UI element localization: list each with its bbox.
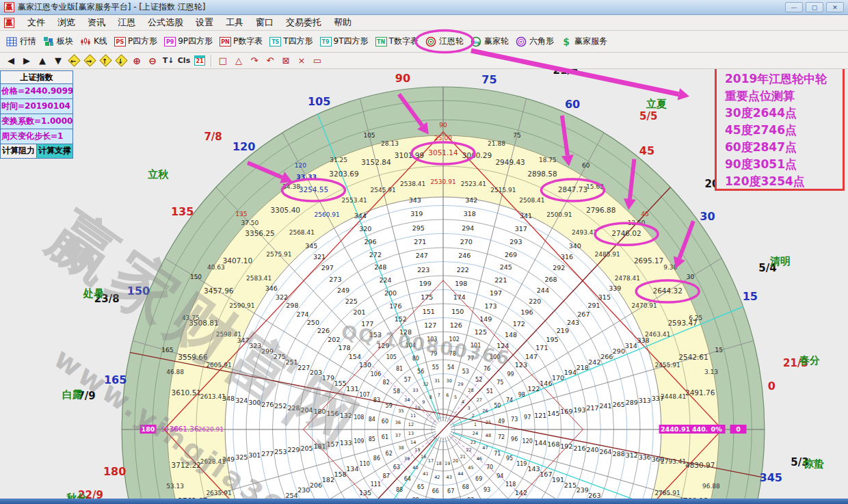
tool-pan-left[interactable]: ← bbox=[67, 55, 81, 67]
toolbar-label-gann-wheel: 江恩轮 bbox=[439, 36, 464, 47]
tool-fit-screen[interactable]: × bbox=[295, 55, 308, 67]
tool-pan-right[interactable]: → bbox=[83, 55, 96, 67]
toolbar-item-9p-square[interactable]: P99P四方形 bbox=[161, 34, 216, 49]
menu-logo-icon: 赢 bbox=[4, 18, 14, 28]
wheel-label: 175 bbox=[421, 293, 433, 301]
wheel-label: 3 bbox=[468, 406, 471, 411]
tool-rotate-cw[interactable]: ↷ bbox=[248, 55, 261, 67]
toolbar-item-quotes[interactable]: 行情 bbox=[3, 34, 40, 49]
tool-nav-down[interactable]: ▼ bbox=[51, 55, 65, 67]
toolbar-item-p-square[interactable]: PSP四方形 bbox=[111, 34, 161, 49]
close-button[interactable]: ✕ bbox=[826, 2, 844, 12]
wheel-label: 71 bbox=[494, 451, 501, 457]
toolbar-item-winner-service[interactable]: $赢家服务 bbox=[557, 34, 611, 49]
wheel-label: 336 bbox=[639, 453, 651, 461]
wheel-label: 271 bbox=[414, 238, 426, 246]
wheel-label: 100 bbox=[490, 354, 500, 360]
wheel-label: 197 bbox=[490, 289, 502, 297]
menu-item-7[interactable]: 窗口 bbox=[250, 15, 280, 30]
menu-item-8[interactable]: 交易委托 bbox=[280, 15, 328, 30]
wheel-label: 289 bbox=[626, 399, 638, 406]
wheel-label: 2553.41 bbox=[341, 197, 367, 204]
wheel-label: 111 bbox=[371, 481, 381, 488]
menu-bar: 赢 文件浏览资讯江恩公式选股设置工具窗口交易委托帮助 bbox=[0, 15, 848, 31]
toolbar-item-9t-square[interactable]: T99T四方形 bbox=[317, 34, 372, 49]
date-label: 7/8 bbox=[204, 131, 222, 143]
wheel-label: 177 bbox=[361, 320, 373, 328]
tool-screen-view[interactable]: ▭ bbox=[310, 55, 324, 67]
wheel-label: 105 bbox=[386, 354, 397, 360]
wheel-label: 96.88 bbox=[702, 483, 720, 490]
tool-pan-down[interactable]: ↓ bbox=[114, 55, 128, 67]
maximize-button[interactable]: ▢ bbox=[806, 2, 823, 12]
tool-draw-triangle[interactable]: △ bbox=[232, 55, 246, 67]
note-line-0: 2019年江恩轮中轮 bbox=[725, 70, 837, 88]
wheel-label: 85 bbox=[369, 436, 375, 442]
wheel-label: 301 bbox=[248, 451, 261, 459]
svg-text:0%: 0% bbox=[711, 425, 723, 433]
wheel-label: 151 bbox=[423, 308, 435, 315]
calc-resistance-button[interactable]: 计算阻力 bbox=[0, 144, 37, 159]
toolbar-item-t-number-table[interactable]: TNT数字表 bbox=[372, 34, 422, 49]
wheel-label: 193 bbox=[573, 406, 585, 414]
wheel-label: 3712.22 bbox=[172, 461, 201, 469]
tool-cls[interactable]: Cls bbox=[177, 55, 191, 67]
tool-zoom-out[interactable]: ⊖ bbox=[146, 55, 159, 67]
wheel-label: 57 bbox=[404, 377, 411, 383]
menu-item-4[interactable]: 公式选股 bbox=[142, 15, 189, 30]
wheel-label: 240 bbox=[586, 446, 598, 453]
wheel-label: 148 bbox=[505, 331, 517, 339]
menu-item-6[interactable]: 工具 bbox=[220, 15, 250, 30]
wheel-label: 225 bbox=[345, 297, 358, 305]
wheel-label: 292 bbox=[553, 264, 565, 271]
toolbar-item-winner-wheel[interactable]: Big赢家轮 bbox=[467, 34, 512, 49]
wheel-label: 149 bbox=[479, 315, 492, 323]
wheel-label: 46.88 bbox=[166, 369, 184, 375]
wheel-label: 206 bbox=[310, 481, 322, 489]
menu-item-2[interactable]: 资讯 bbox=[81, 15, 111, 30]
tool-zoom-in[interactable]: ⊕ bbox=[130, 55, 144, 67]
tool-delete-box[interactable]: ⊠ bbox=[279, 55, 293, 67]
menu-item-1[interactable]: 浏览 bbox=[51, 15, 81, 30]
wheel-label: 94 bbox=[496, 473, 503, 479]
tool-nav-right[interactable]: ▶ bbox=[20, 55, 34, 67]
toolbar-item-kline[interactable]: K线 bbox=[77, 34, 111, 49]
solar-term-label: 立秋 bbox=[147, 168, 169, 181]
wheel-label: 169 bbox=[560, 408, 572, 415]
menu-item-9[interactable]: 帮助 bbox=[328, 15, 358, 30]
tool-rotate-ccw[interactable]: ↶ bbox=[263, 55, 277, 67]
toolbar-label-sectors: 板块 bbox=[57, 36, 73, 47]
menu-item-3[interactable]: 江恩 bbox=[111, 15, 142, 30]
menu-item-0[interactable]: 文件 bbox=[21, 15, 51, 30]
wheel-label: 150 bbox=[190, 274, 202, 280]
wheel-label: 32 bbox=[423, 382, 428, 387]
wheel-label: 253 bbox=[274, 448, 287, 455]
tool-draw-square[interactable]: □ bbox=[216, 55, 230, 67]
wheel-label: 2515.91 bbox=[490, 187, 516, 194]
toolbar-item-hexagon[interactable]: 六角形 bbox=[512, 34, 557, 49]
annotation-note-box: 2019年江恩轮中轮重要点位测算30度2644点45度2746点60度2847点… bbox=[715, 69, 845, 191]
tool-price-mark[interactable]: T↓ bbox=[161, 55, 175, 67]
tool-pan-up[interactable]: ↑ bbox=[98, 55, 112, 67]
svg-text:2440.91: 2440.91 bbox=[661, 425, 690, 433]
wheel-label: 107 bbox=[360, 392, 370, 398]
toolbar-item-t-square[interactable]: TST四方形 bbox=[266, 34, 316, 49]
wheel-label: 239 bbox=[577, 486, 589, 494]
wheel-label: 75 bbox=[496, 380, 503, 386]
wheel-label: 123 bbox=[515, 361, 527, 369]
tool-nav-left[interactable]: ◀ bbox=[4, 55, 18, 67]
toolbar-item-p-number-table[interactable]: PNP数字表 bbox=[216, 34, 266, 49]
wheel-label: 2620.91 bbox=[198, 426, 224, 433]
menu-item-5[interactable]: 设置 bbox=[189, 15, 220, 30]
toolbar-item-sectors[interactable]: 板块 bbox=[40, 34, 77, 49]
toolbar-item-gann-wheel[interactable]: 江恩轮 bbox=[422, 34, 467, 49]
minimize-button[interactable]: — bbox=[785, 2, 803, 12]
wheel-label: 346 bbox=[265, 284, 278, 292]
calc-support-button[interactable]: 计算支撑 bbox=[37, 144, 73, 159]
wheel-label: 24 bbox=[473, 431, 478, 436]
tool-calendar[interactable]: 21 bbox=[193, 55, 207, 67]
info-rows: 价格=2440.9099时间=20190104变换系数=1.00000周天变化步… bbox=[0, 84, 73, 144]
wheel-label: 98 bbox=[518, 392, 525, 398]
tool-nav-up[interactable]: ▲ bbox=[36, 55, 49, 67]
wheel-label: 83 bbox=[373, 397, 380, 403]
